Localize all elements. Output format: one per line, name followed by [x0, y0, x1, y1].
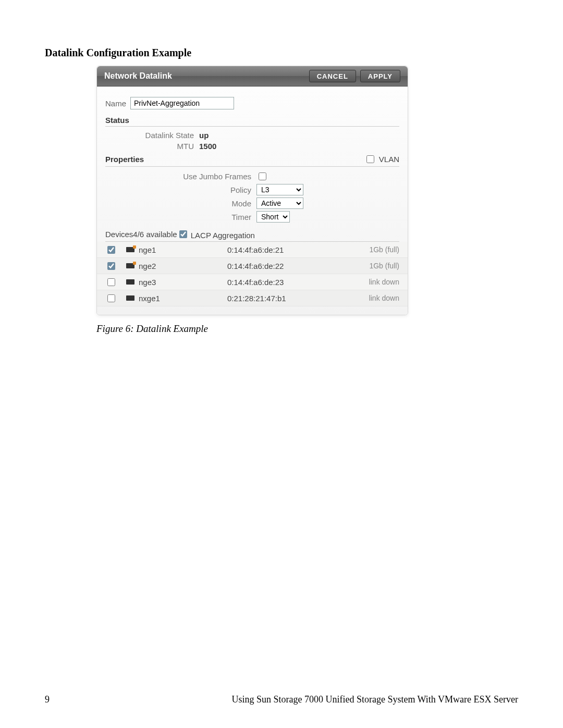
datalink-state-label: Datalink State — [105, 131, 199, 140]
section-title: Datalink Configuration Example — [45, 47, 191, 59]
lacp-checkbox[interactable] — [179, 230, 187, 238]
jumbo-label: Use Jumbo Frames — [105, 172, 256, 181]
page-footer-text: Using Sun Storage 7000 Unified Storage S… — [231, 694, 518, 705]
mtu-value: 1500 — [199, 142, 216, 151]
devices-section-header: Devices 4/6 available LACP Aggregation — [105, 229, 399, 242]
page-number: 9 — [45, 694, 50, 705]
device-checkbox[interactable] — [107, 262, 115, 270]
jumbo-checkbox[interactable] — [259, 172, 266, 180]
device-mac: 0:14:4f:a6:de:22 — [227, 262, 347, 270]
device-row: nge2 0:14:4f:a6:de:22 1Gb (full) — [97, 258, 408, 274]
cancel-button[interactable]: CANCEL — [309, 70, 356, 82]
lacp-label: LACP Aggregation — [191, 231, 255, 240]
mode-select[interactable]: Active — [256, 198, 303, 209]
nic-icon — [126, 295, 134, 301]
timer-select[interactable]: Short — [256, 211, 290, 223]
jumbo-row: Use Jumbo Frames — [97, 170, 408, 183]
nic-icon — [126, 279, 134, 285]
name-label: Name — [105, 99, 130, 108]
datalink-state-row: Datalink State up — [97, 130, 408, 141]
device-mac: 0:21:28:21:47:b1 — [227, 294, 347, 303]
figure-caption: Figure 6: Datalink Example — [96, 323, 208, 335]
properties-header-label: Properties — [105, 155, 144, 164]
device-checkbox[interactable] — [107, 294, 115, 302]
status-section-header: Status — [105, 116, 399, 127]
mtu-label: MTU — [105, 142, 199, 151]
dialog-network-datalink: Network Datalink CANCEL APPLY Name Statu… — [96, 66, 408, 315]
policy-label: Policy — [105, 186, 256, 194]
device-status: link down — [369, 278, 399, 286]
vlan-label: VLAN — [379, 155, 399, 164]
apply-button[interactable]: APPLY — [360, 70, 400, 82]
properties-section-header: Properties VLAN — [105, 154, 399, 167]
datalink-state-value: up — [199, 131, 209, 140]
devices-list: nge1 0:14:4f:a6:de:21 1Gb (full) nge2 0:… — [97, 242, 408, 306]
mode-row: Mode Active — [97, 196, 408, 210]
device-name: nge2 — [139, 262, 227, 270]
device-row: nge3 0:14:4f:a6:de:23 link down — [97, 274, 408, 290]
device-checkbox[interactable] — [107, 246, 115, 254]
name-input[interactable] — [130, 97, 234, 109]
device-status: link down — [369, 294, 399, 302]
device-checkbox[interactable] — [107, 278, 115, 286]
mode-label: Mode — [105, 199, 256, 208]
dialog-body: Name Status Datalink State up MTU 1500 P… — [97, 87, 408, 315]
device-row: nge1 0:14:4f:a6:de:21 1Gb (full) — [97, 242, 408, 258]
nic-icon — [126, 247, 134, 252]
name-row: Name — [97, 97, 408, 114]
device-name: nge3 — [139, 278, 227, 287]
device-mac: 0:14:4f:a6:de:23 — [227, 278, 347, 287]
device-status: 1Gb (full) — [369, 262, 399, 270]
devices-header-note: 4/6 available — [133, 230, 177, 239]
nic-icon — [126, 263, 134, 268]
mtu-row: MTU 1500 — [97, 141, 408, 152]
dialog-title: Network Datalink — [104, 71, 305, 81]
device-row: nxge1 0:21:28:21:47:b1 link down — [97, 290, 408, 306]
devices-header-label: Devices — [105, 230, 133, 239]
timer-label: Timer — [105, 213, 256, 221]
policy-select[interactable]: L3 — [256, 184, 303, 195]
status-header-label: Status — [105, 116, 129, 125]
policy-row: Policy L3 — [97, 183, 408, 196]
device-status: 1Gb (full) — [369, 245, 399, 254]
device-name: nxge1 — [139, 294, 227, 303]
vlan-checkbox[interactable] — [366, 155, 374, 163]
device-name: nge1 — [139, 245, 227, 254]
timer-row: Timer Short — [97, 210, 408, 224]
device-mac: 0:14:4f:a6:de:21 — [227, 245, 347, 254]
dialog-header: Network Datalink CANCEL APPLY — [97, 66, 408, 87]
